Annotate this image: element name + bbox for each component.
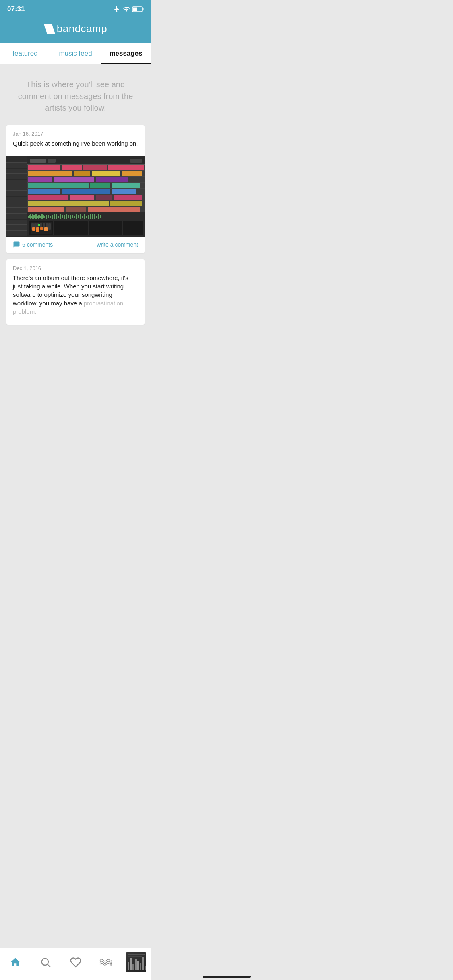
- status-time: 07:31: [7, 5, 25, 13]
- post-text-1: Quick peek at something I've been workin…: [13, 139, 138, 148]
- post-text-2: There's an album out there somewhere, it…: [13, 274, 138, 316]
- post-card-1-footer: 6 comments write a comment: [6, 237, 145, 253]
- write-comment-link[interactable]: write a comment: [97, 241, 138, 248]
- app-header: bandcamp: [0, 18, 151, 43]
- post-card-1-content: Jan 16, 2017 Quick peek at something I'v…: [6, 125, 145, 156]
- daw-mixer: [27, 219, 145, 237]
- tab-bar: featured music feed messages: [0, 43, 151, 64]
- intro-text: This is where you'll see and comment on …: [0, 64, 151, 125]
- status-bar: 07:31: [0, 0, 151, 18]
- post-date-1: Jan 16, 2017: [13, 131, 138, 137]
- main-content: This is where you'll see and comment on …: [0, 64, 151, 325]
- svg-rect-2: [133, 8, 137, 11]
- post-date-2: Dec 1, 2016: [13, 265, 138, 271]
- post-card-2-content: Dec 1, 2016 There's an album out there s…: [6, 259, 145, 325]
- svg-rect-1: [143, 8, 144, 10]
- post-card-2: Dec 1, 2016 There's an album out there s…: [6, 259, 145, 325]
- wifi-icon: [123, 6, 130, 13]
- bandcamp-logo: bandcamp: [44, 23, 107, 35]
- tab-music-feed[interactable]: music feed: [50, 43, 101, 64]
- battery-icon: [132, 6, 144, 12]
- daw-screenshot: [6, 156, 145, 237]
- logo-chevron-icon: [44, 24, 55, 34]
- post-card-1: Jan 16, 2017 Quick peek at something I'v…: [6, 125, 145, 253]
- tab-featured[interactable]: featured: [0, 43, 50, 64]
- tab-messages[interactable]: messages: [101, 43, 151, 64]
- comment-icon: [13, 241, 20, 248]
- svg-marker-3: [44, 24, 55, 34]
- comment-count[interactable]: 6 comments: [13, 241, 53, 248]
- daw-sidebar: [6, 156, 27, 237]
- airplane-icon: [113, 6, 120, 13]
- logo-text: bandcamp: [57, 23, 107, 35]
- daw-tracks: [27, 165, 145, 219]
- status-icons: [113, 6, 144, 13]
